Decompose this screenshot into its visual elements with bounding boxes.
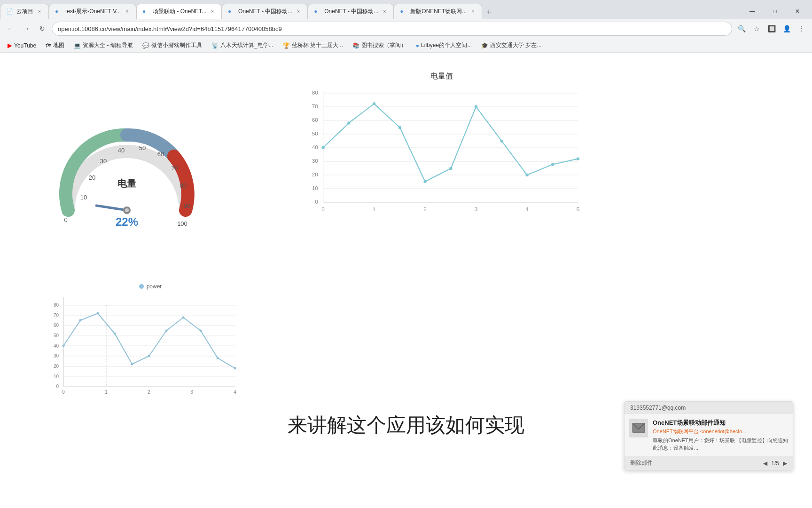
tab-4-label: OneNET - 中国移动... xyxy=(324,8,378,16)
tab-2[interactable]: ● 场景联动 - OneNET... × xyxy=(136,4,222,19)
bookmark-lilbyee[interactable]: ● Lilbyee的个人空间... xyxy=(412,40,476,50)
svg-text:0: 0 xyxy=(62,389,65,395)
bookmark-map-label: 地图 xyxy=(53,41,64,49)
minimize-button[interactable]: — xyxy=(742,4,763,19)
svg-point-52 xyxy=(577,157,579,160)
svg-text:10: 10 xyxy=(54,374,59,379)
bookmark-map[interactable]: 🗺 地图 xyxy=(42,40,68,50)
bookmark-resources[interactable]: 💻 资源大全 - 编程导航 xyxy=(70,40,137,50)
email-next-button[interactable]: ▶ xyxy=(783,460,787,467)
svg-text:20: 20 xyxy=(312,171,319,178)
svg-text:60: 60 xyxy=(54,323,59,328)
svg-point-85 xyxy=(182,317,185,319)
tab-3-close[interactable]: × xyxy=(295,8,302,15)
gauge-chart: 0 10 20 30 40 50 60 70 80 90 100 电量 xyxy=(38,81,216,269)
svg-text:50: 50 xyxy=(312,130,319,137)
svg-point-47 xyxy=(449,167,452,170)
xjtu-icon: 🎓 xyxy=(481,42,488,49)
bottom-line-chart: power 0 10 20 30 40 50 60 70 80 xyxy=(38,283,263,405)
new-tab-button[interactable]: + xyxy=(482,6,495,19)
bookmark-youtube[interactable]: ▶ YouTube xyxy=(4,41,40,50)
youtube-icon: ▶ xyxy=(8,42,12,49)
bookmark-wechat-label: 微信小游戏制作工具 xyxy=(151,41,202,49)
email-navigation: ◀ 1/5 ▶ xyxy=(763,460,787,467)
tab-3[interactable]: ● OneNET - 中国移动... × xyxy=(222,4,308,19)
maximize-button[interactable]: □ xyxy=(764,4,786,19)
svg-text:30: 30 xyxy=(100,158,107,165)
bookmark-youtube-label: YouTube xyxy=(14,42,36,49)
svg-text:0: 0 xyxy=(64,216,67,223)
tab-4-close[interactable]: × xyxy=(381,8,388,15)
tab-5[interactable]: ● 新版ONENET物联网... × xyxy=(394,4,482,19)
bookmark-books[interactable]: 📚 图书搜索（掌阅） xyxy=(349,40,410,50)
tab-0-close[interactable]: × xyxy=(36,8,43,15)
svg-line-12 xyxy=(96,206,127,210)
email-notification-header: 3193552771@qq.com xyxy=(625,402,793,414)
back-button[interactable]: ← xyxy=(4,22,17,35)
address-input[interactable] xyxy=(52,22,732,36)
svg-text:10: 10 xyxy=(80,194,87,201)
svg-text:90: 90 xyxy=(184,202,190,209)
extension-icon[interactable]: 🔲 xyxy=(765,22,778,35)
gauge-svg: 0 10 20 30 40 50 60 70 80 90 100 电量 xyxy=(42,100,211,250)
svg-text:30: 30 xyxy=(54,353,59,358)
lilbyee-icon: ● xyxy=(416,42,419,49)
chart-1-svg: 0 10 20 30 40 50 60 70 80 xyxy=(291,86,592,222)
svg-text:20: 20 xyxy=(89,174,95,181)
profile-icon[interactable]: 👤 xyxy=(780,22,793,35)
email-footer: 删除邮件 ◀ 1/5 ▶ xyxy=(625,456,793,470)
svg-text:40: 40 xyxy=(312,144,319,151)
tab-0[interactable]: 📄 云项目 × xyxy=(0,4,49,19)
svg-text:3: 3 xyxy=(475,206,478,213)
tab-controls: — □ ✕ xyxy=(742,4,812,19)
email-sender: 3193552771@qq.com xyxy=(630,405,686,411)
svg-text:80: 80 xyxy=(180,182,187,189)
bookmark-xjtu[interactable]: 🎓 西安交通大学 罗左... xyxy=(477,40,545,50)
svg-point-87 xyxy=(217,357,219,359)
bookmark-wechat-game[interactable]: 💬 微信小游戏制作工具 xyxy=(139,40,206,50)
svg-text:0: 0 xyxy=(321,206,325,213)
email-prev-button[interactable]: ◀ xyxy=(763,460,767,467)
svg-point-84 xyxy=(165,330,168,332)
forward-button[interactable]: → xyxy=(20,22,33,35)
bookmark-lanqiao[interactable]: 🏆 蓝桥杯 第十三届大... xyxy=(279,40,347,50)
line-chart-1: 电量值 0 10 20 30 40 50 60 xyxy=(291,71,592,222)
search-icon[interactable]: 🔍 xyxy=(735,22,748,35)
svg-text:4: 4 xyxy=(234,389,236,395)
tab-2-icon: ● xyxy=(142,8,150,16)
svg-text:70: 70 xyxy=(172,165,178,172)
bookmark-antenna[interactable]: 📡 八木天线计算_电学... xyxy=(208,40,277,50)
svg-point-80 xyxy=(97,312,99,315)
svg-text:2: 2 xyxy=(148,389,150,395)
tab-5-close[interactable]: × xyxy=(469,8,476,15)
address-bar-row: ← → ↻ 🔍 ☆ 🔲 👤 ⋮ xyxy=(0,19,812,39)
svg-text:80: 80 xyxy=(312,89,319,96)
bottom-chart-svg: 0 10 20 30 40 50 60 70 80 0 1 2 3 4 xyxy=(38,293,244,401)
menu-icon[interactable]: ⋮ xyxy=(795,22,808,35)
svg-point-79 xyxy=(79,319,82,322)
svg-point-83 xyxy=(148,355,150,357)
tab-0-label: 云项目 xyxy=(16,8,33,16)
svg-text:1: 1 xyxy=(105,389,108,395)
svg-text:0: 0 xyxy=(315,198,318,205)
tab-4[interactable]: ● OneNET - 中国移动... × xyxy=(308,4,394,19)
svg-point-78 xyxy=(62,345,65,347)
email-from: OneNET物联网平台 <onenetiot@heclo... xyxy=(653,428,788,435)
svg-point-50 xyxy=(525,174,528,176)
bookmark-xjtu-label: 西安交通大学 罗左... xyxy=(490,41,541,49)
reload-button[interactable]: ↻ xyxy=(36,22,49,35)
svg-text:2: 2 xyxy=(423,206,427,213)
wechat-icon: 💬 xyxy=(142,42,149,49)
delete-email-button[interactable]: 删除邮件 xyxy=(630,459,653,467)
svg-text:60: 60 xyxy=(312,117,319,123)
antenna-icon: 📡 xyxy=(211,42,219,49)
svg-text:80: 80 xyxy=(54,302,59,308)
bookmark-antenna-label: 八木天线计算_电学... xyxy=(220,41,273,49)
close-window-button[interactable]: ✕ xyxy=(787,4,808,19)
tab-1-close[interactable]: × xyxy=(124,8,130,15)
bookmark-star-icon[interactable]: ☆ xyxy=(750,22,763,35)
email-preview: 尊敬的OneNET用户：您好！场景联 【电量监控】向您通知此消息：设备触发... xyxy=(653,437,788,452)
bookmarks-bar: ▶ YouTube 🗺 地图 💻 资源大全 - 编程导航 💬 微信小游戏制作工具… xyxy=(0,39,812,53)
tab-1[interactable]: ● test-展示-OneNET V... × xyxy=(49,4,136,19)
tab-2-close[interactable]: × xyxy=(209,8,216,15)
